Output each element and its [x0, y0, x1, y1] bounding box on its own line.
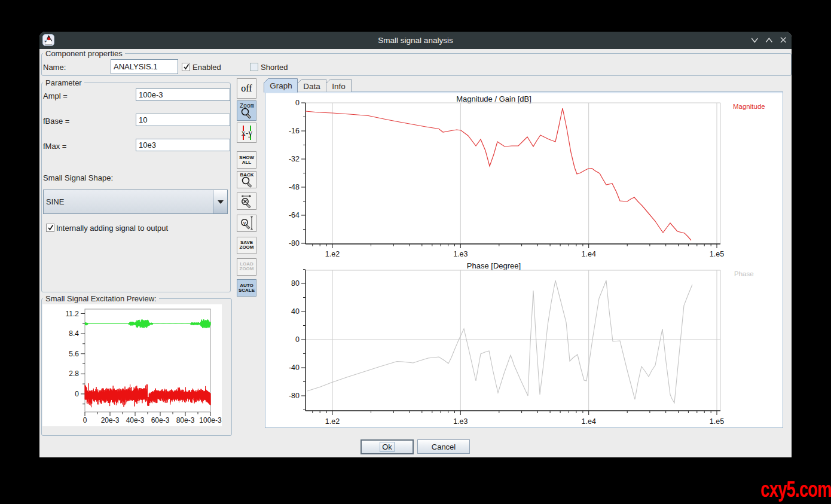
svg-text:1.e5: 1.e5 — [710, 250, 724, 258]
svg-text:-64: -64 — [289, 211, 300, 219]
svg-text:-80: -80 — [289, 239, 300, 248]
svg-text:y: y — [243, 219, 246, 225]
svg-text:Magnitude: Magnitude — [733, 103, 765, 110]
svg-text:0: 0 — [295, 335, 300, 344]
svg-text:1.e4: 1.e4 — [582, 417, 596, 426]
svg-text:Phase [Degree]: Phase [Degree] — [467, 261, 521, 270]
svg-text:Magnitude / Gain [dB]: Magnitude / Gain [dB] — [456, 94, 531, 103]
svg-text:1.e5: 1.e5 — [710, 417, 724, 426]
svg-text:1.e4: 1.e4 — [582, 250, 596, 258]
svg-text:8.4: 8.4 — [69, 329, 79, 338]
svg-text:-40: -40 — [289, 364, 300, 372]
svg-text:Graph: Graph — [270, 81, 292, 90]
svg-text:5.6: 5.6 — [69, 350, 79, 358]
svg-text:1.e2: 1.e2 — [325, 250, 340, 258]
svg-text:20e-3: 20e-3 — [101, 416, 120, 424]
svg-text:2.8: 2.8 — [69, 369, 79, 378]
svg-text:80: 80 — [291, 279, 300, 288]
svg-text:-80: -80 — [289, 392, 300, 400]
svg-text:100e-3: 100e-3 — [199, 416, 222, 424]
svg-text:-48: -48 — [289, 183, 300, 191]
svg-text:0: 0 — [83, 416, 87, 424]
svg-text:40e-3: 40e-3 — [126, 416, 145, 424]
svg-text:60e-3: 60e-3 — [151, 416, 170, 424]
svg-text:40: 40 — [291, 307, 300, 316]
svg-text:x-y: x-y — [241, 129, 252, 138]
svg-text:0: 0 — [295, 99, 300, 107]
svg-text:Data: Data — [303, 82, 320, 91]
svg-text:1.e3: 1.e3 — [453, 417, 468, 426]
svg-text:Phase: Phase — [734, 270, 754, 277]
svg-text:-16: -16 — [289, 127, 300, 135]
svg-text:80e-3: 80e-3 — [176, 416, 195, 424]
svg-text:1.e3: 1.e3 — [453, 250, 468, 258]
svg-text:0: 0 — [75, 390, 79, 398]
svg-text:BACK: BACK — [240, 172, 253, 178]
svg-text:Zoom: Zoom — [239, 103, 253, 109]
svg-text:11.2: 11.2 — [66, 310, 80, 318]
svg-text:-32: -32 — [289, 155, 300, 163]
svg-text:Info: Info — [332, 82, 346, 91]
svg-text:1.e2: 1.e2 — [325, 417, 340, 426]
